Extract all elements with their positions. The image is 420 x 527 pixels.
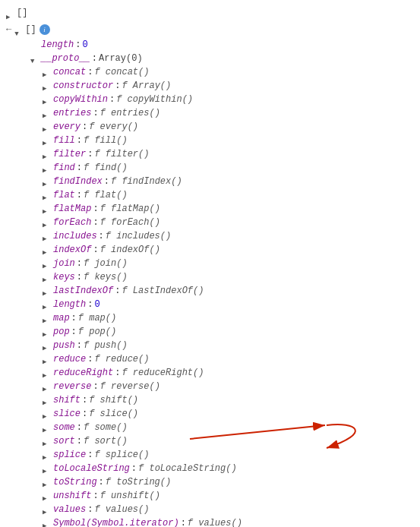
method-item[interactable]: constructor: f Array() — [0, 79, 420, 93]
method-expand-icon[interactable] — [43, 519, 52, 527]
method-expand-icon[interactable] — [43, 68, 52, 77]
method-expand-icon[interactable] — [43, 314, 52, 323]
method-item[interactable]: keys: f keys() — [0, 270, 420, 284]
method-expand-icon[interactable] — [43, 122, 52, 131]
method-expand-icon[interactable] — [43, 478, 52, 487]
method-value: f reverse() — [100, 380, 160, 393]
expand-bracket-label: [] — [25, 23, 36, 36]
method-value: f Array() — [122, 79, 171, 93]
method-expand-icon[interactable] — [43, 109, 52, 118]
method-item[interactable]: push: f push() — [0, 339, 420, 352]
expand-down-icon[interactable] — [14, 27, 24, 36]
method-item[interactable]: entries: f entries() — [0, 106, 420, 120]
method-item[interactable]: lastIndexOf: f LastIndexOf() — [0, 284, 420, 298]
expand-row[interactable]: ← [] i — [0, 21, 420, 38]
method-value: f includes() — [106, 229, 171, 243]
method-expand-icon[interactable] — [43, 81, 52, 90]
method-item[interactable]: forEach: f forEach() — [0, 216, 420, 229]
method-value: f join() — [84, 257, 128, 270]
method-item[interactable]: toLocaleString: f toLocaleString() — [0, 462, 420, 475]
method-expand-icon[interactable] — [43, 177, 52, 186]
method-item[interactable]: values: f values() — [0, 503, 420, 516]
method-expand-icon[interactable] — [43, 259, 52, 268]
method-item[interactable]: concat: f concat() — [0, 65, 420, 79]
method-key: entries — [53, 106, 91, 120]
method-item[interactable]: findIndex: f findIndex() — [0, 175, 420, 188]
method-key: shift — [53, 393, 81, 407]
method-expand-icon[interactable] — [43, 327, 52, 336]
method-expand-icon[interactable] — [43, 423, 52, 432]
info-icon: i — [39, 24, 50, 35]
method-key: indexOf — [53, 243, 91, 257]
proto-expand-icon[interactable] — [30, 54, 39, 63]
method-item[interactable]: toString: f toString() — [0, 475, 420, 489]
method-expand-icon[interactable] — [43, 464, 52, 473]
method-value: 0 — [94, 298, 99, 311]
proto-property[interactable]: __proto__ : Array(0) — [0, 52, 420, 65]
method-expand-icon[interactable] — [43, 150, 52, 159]
method-expand-icon[interactable] — [43, 355, 52, 364]
method-item[interactable]: unshift: f unshift() — [0, 489, 420, 503]
method-expand-icon[interactable] — [43, 163, 52, 172]
method-item[interactable]: flatMap: f flatMap() — [0, 202, 420, 216]
colon: : — [99, 475, 104, 489]
method-key: filter — [53, 147, 86, 161]
method-item[interactable]: reverse: f reverse() — [0, 380, 420, 393]
method-item[interactable]: every: f every() — [0, 120, 420, 134]
method-expand-icon[interactable] — [43, 273, 52, 282]
method-item[interactable]: pop: f pop() — [0, 325, 420, 339]
method-expand-icon[interactable] — [43, 95, 52, 104]
method-item[interactable]: includes: f includes() — [0, 229, 420, 243]
method-item[interactable]: flat: f flat() — [0, 188, 420, 202]
top-bracket-row[interactable]: [] — [0, 5, 420, 21]
method-expand-icon[interactable] — [43, 409, 52, 418]
colon: : — [93, 106, 98, 120]
method-expand-icon[interactable] — [43, 368, 52, 377]
method-expand-icon[interactable] — [43, 505, 52, 514]
method-item[interactable]: fill: f fill() — [0, 134, 420, 147]
method-item[interactable]: length: 0 — [0, 298, 420, 311]
method-item[interactable]: copyWithin: f copyWithin() — [0, 93, 420, 106]
colon: : — [93, 216, 98, 229]
method-item[interactable]: some: f some() — [0, 421, 420, 434]
method-item[interactable]: slice: f slice() — [0, 407, 420, 421]
method-item[interactable]: Symbol(Symbol.iterator): f values() — [0, 516, 420, 527]
length-value: 0 — [82, 38, 87, 52]
method-item[interactable]: shift: f shift() — [0, 393, 420, 407]
colon: : — [93, 489, 98, 503]
method-key: flat — [53, 188, 75, 202]
colon: : — [82, 393, 87, 407]
method-expand-icon[interactable] — [43, 286, 52, 295]
method-item[interactable]: indexOf: f indexOf() — [0, 243, 420, 257]
method-value: f indexOf() — [100, 243, 160, 257]
method-item[interactable]: reduce: f reduce() — [0, 352, 420, 366]
method-expand-icon[interactable] — [43, 191, 52, 200]
method-expand-icon[interactable] — [43, 136, 52, 145]
top-bracket-label: [] — [17, 6, 27, 20]
method-item[interactable]: find: f find() — [0, 161, 420, 175]
method-key: some — [53, 421, 75, 434]
method-expand-icon[interactable] — [43, 450, 52, 459]
method-key: fill — [53, 134, 75, 147]
method-key: values — [53, 503, 86, 516]
method-expand-icon[interactable] — [43, 245, 52, 254]
method-item[interactable]: reduceRight: f reduceRight() — [0, 366, 420, 380]
method-expand-icon[interactable] — [43, 204, 52, 213]
method-expand-icon[interactable] — [43, 218, 52, 227]
top-expand-icon[interactable] — [6, 10, 15, 19]
method-item[interactable]: map: f map() — [0, 311, 420, 325]
method-key: pop — [53, 325, 70, 339]
method-item[interactable]: filter: f filter() — [0, 147, 420, 161]
method-key: concat — [53, 65, 86, 79]
method-item[interactable]: join: f join() — [0, 257, 420, 270]
colon: : — [93, 202, 98, 216]
method-expand-icon[interactable] — [43, 382, 52, 391]
method-item[interactable]: sort: f sort() — [0, 434, 420, 448]
method-item[interactable]: splice: f splice() — [0, 448, 420, 462]
method-expand-icon[interactable] — [43, 491, 52, 500]
method-expand-icon[interactable] — [43, 341, 52, 350]
method-expand-icon[interactable] — [43, 437, 52, 446]
method-expand-icon[interactable] — [43, 300, 52, 309]
method-expand-icon[interactable] — [43, 232, 52, 241]
method-expand-icon[interactable] — [43, 396, 52, 405]
